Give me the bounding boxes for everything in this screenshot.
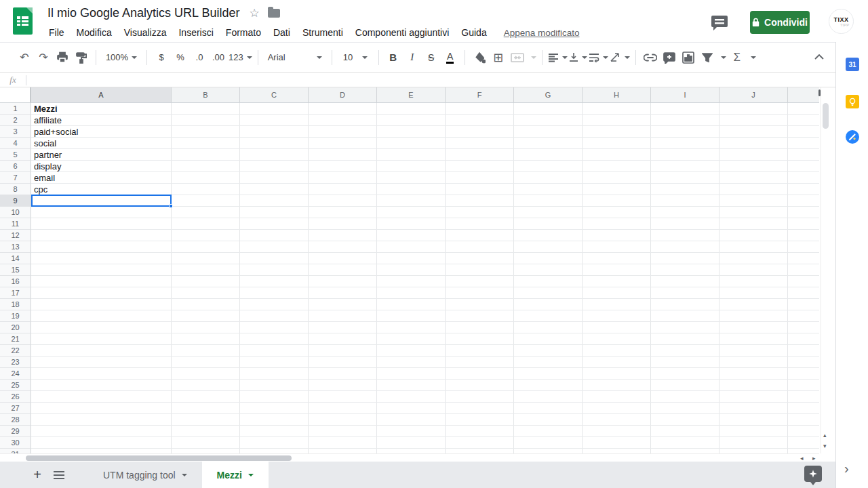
cell-A5[interactable]: partner	[31, 149, 172, 161]
row-header-11[interactable]: 11	[0, 218, 31, 230]
cell-A7[interactable]: email	[31, 172, 172, 184]
sheet-tab-mezzi[interactable]: Mezzi	[202, 462, 269, 488]
row-header-7[interactable]: 7	[0, 172, 31, 184]
italic-button[interactable]: I	[403, 48, 421, 67]
explore-button[interactable]	[804, 466, 822, 482]
vertical-align-button[interactable]	[569, 48, 587, 67]
bold-button[interactable]: B	[384, 48, 402, 67]
menu-modifica[interactable]: Modifica	[71, 26, 118, 39]
move-folder-icon[interactable]	[268, 9, 280, 18]
functions-button[interactable]: Σ	[728, 48, 746, 67]
menu-formato[interactable]: Formato	[220, 26, 267, 39]
increase-decimal-icon[interactable]: .00	[210, 48, 227, 67]
row-header-1[interactable]: 1	[0, 103, 31, 115]
row-header-3[interactable]: 3	[0, 126, 31, 138]
fill-color-icon[interactable]	[471, 48, 488, 67]
redo-icon[interactable]: ↷	[35, 48, 52, 67]
horizontal-align-button[interactable]	[548, 48, 568, 67]
row-header-24[interactable]: 24	[0, 368, 31, 380]
row-header-2[interactable]: 2	[0, 115, 31, 126]
row-header-8[interactable]: 8	[0, 184, 31, 195]
row-header-18[interactable]: 18	[0, 299, 31, 310]
column-header-F[interactable]: F	[446, 87, 514, 103]
font-size-select[interactable]: 10	[338, 48, 373, 67]
column-header-B[interactable]: B	[172, 87, 240, 103]
row-header-19[interactable]: 19	[0, 310, 31, 322]
vertical-scrollbar-thumb[interactable]	[823, 103, 829, 129]
row-header-15[interactable]: 15	[0, 264, 31, 276]
star-icon[interactable]: ☆	[249, 6, 259, 20]
cell-A4[interactable]: social	[31, 138, 172, 149]
row-header-25[interactable]: 25	[0, 380, 31, 391]
column-header-H[interactable]: H	[583, 87, 651, 103]
fill-handle[interactable]	[169, 204, 173, 208]
paint-format-icon[interactable]	[73, 48, 90, 67]
spreadsheet-grid[interactable]: ABCDEFGHIJK12345678910111213141516171819…	[0, 87, 819, 453]
formula-input[interactable]	[26, 73, 835, 87]
column-header-K[interactable]: K	[788, 87, 819, 103]
undo-icon[interactable]: ↶	[16, 48, 33, 67]
scroll-up-icon[interactable]: ▴	[823, 432, 827, 439]
cell-A8[interactable]: cpc	[31, 184, 172, 195]
cell-A1[interactable]: Mezzi	[31, 103, 172, 115]
insert-link-icon[interactable]	[642, 48, 659, 67]
menu-visualizza[interactable]: Visualizza	[118, 26, 173, 39]
format-currency-icon[interactable]: $	[153, 48, 170, 67]
more-formats-button[interactable]: 123	[229, 48, 252, 67]
row-header-28[interactable]: 28	[0, 414, 31, 426]
cell-A6[interactable]: display	[31, 161, 172, 172]
print-icon[interactable]	[54, 48, 71, 67]
menu-inserisci[interactable]: Inserisci	[172, 26, 219, 39]
insert-comment-icon[interactable]	[660, 48, 678, 67]
comments-icon[interactable]	[710, 14, 729, 31]
row-header-23[interactable]: 23	[0, 357, 31, 368]
row-header-22[interactable]: 22	[0, 345, 31, 357]
column-header-J[interactable]: J	[719, 87, 788, 103]
menu-dati[interactable]: Dati	[267, 26, 296, 39]
scroll-right-icon[interactable]: ▸	[812, 455, 816, 462]
vertical-scrollbar[interactable]: ▴ ▾	[821, 87, 829, 453]
share-button[interactable]: Condividi	[750, 11, 810, 34]
row-header-9[interactable]: 9	[0, 195, 31, 207]
horizontal-scrollbar[interactable]: ◂ ▸	[0, 453, 819, 462]
text-rotation-button[interactable]	[610, 48, 630, 67]
row-header-29[interactable]: 29	[0, 426, 31, 437]
row-header-26[interactable]: 26	[0, 391, 31, 403]
chevron-down-icon[interactable]	[751, 56, 756, 59]
filter-icon[interactable]	[698, 48, 716, 67]
keep-icon[interactable]	[846, 95, 859, 108]
font-family-select[interactable]: Arial	[264, 48, 326, 67]
strikethrough-button[interactable]: S	[422, 48, 440, 67]
borders-icon[interactable]: ⊞	[490, 48, 507, 67]
calendar-icon[interactable]: 31	[846, 58, 859, 71]
text-wrap-button[interactable]	[589, 48, 608, 67]
horizontal-scrollbar-thumb[interactable]	[26, 455, 292, 461]
row-header-30[interactable]: 30	[0, 437, 31, 449]
column-header-A[interactable]: A	[31, 87, 172, 103]
text-color-button[interactable]: A	[441, 48, 459, 67]
row-header-20[interactable]: 20	[0, 322, 31, 333]
column-header-D[interactable]: D	[309, 87, 377, 103]
cell-A2[interactable]: affiliate	[31, 115, 172, 126]
row-header-31[interactable]: 31	[0, 449, 31, 453]
column-header-G[interactable]: G	[514, 87, 583, 103]
row-header-14[interactable]: 14	[0, 253, 31, 264]
menu-guida[interactable]: Guida	[455, 26, 492, 39]
chevron-down-icon[interactable]	[182, 474, 187, 476]
last-edit-status[interactable]: Appena modificato	[504, 28, 580, 38]
chevron-down-icon[interactable]	[248, 474, 254, 476]
row-header-5[interactable]: 5	[0, 149, 31, 161]
account-avatar[interactable]: TIXX TIPP	[829, 9, 854, 34]
scroll-left-icon[interactable]: ◂	[800, 455, 804, 462]
tasks-icon[interactable]	[846, 130, 859, 144]
column-header-I[interactable]: I	[651, 87, 719, 103]
column-header-E[interactable]: E	[377, 87, 446, 103]
decrease-decimal-icon[interactable]: .0	[191, 48, 208, 67]
row-header-27[interactable]: 27	[0, 403, 31, 414]
sheets-logo-icon[interactable]	[13, 7, 33, 35]
all-sheets-icon[interactable]	[47, 462, 71, 488]
show-side-panel-icon[interactable]: ›	[844, 461, 849, 476]
cell-A3[interactable]: paid+social	[31, 126, 172, 138]
menu-file[interactable]: File	[43, 26, 71, 39]
row-header-6[interactable]: 6	[0, 161, 31, 172]
